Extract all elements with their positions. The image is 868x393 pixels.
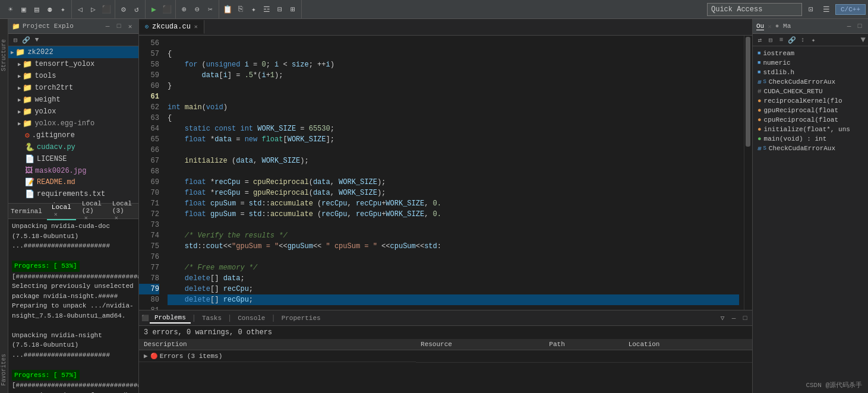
outline-item-stdlibh[interactable]: ■ stdlib.h	[753, 68, 868, 77]
terminal-tab-local[interactable]: Local ✕	[47, 202, 76, 220]
file-icon-requirements: 📄	[25, 189, 34, 199]
outline-link-btn[interactable]: 🔗	[787, 35, 797, 45]
tree-item-weight[interactable]: ▶ 📁 weight	[8, 94, 138, 106]
outline-collapse-btn[interactable]: ⊟	[766, 35, 775, 45]
toolbar-right: Quick Access ⊡ ☰ C/C++	[707, 3, 866, 16]
outline-tab-ma[interactable]: ● Ma	[775, 23, 791, 30]
outline-item-main[interactable]: ● main(void) : int	[753, 134, 868, 144]
properties-tab[interactable]: Properties	[277, 313, 326, 323]
tree-item-license[interactable]: 📄 LICENSE	[8, 153, 138, 165]
problems-minimize[interactable]: —	[729, 313, 738, 323]
editor-tab-zkcuda[interactable]: ⊙ zkcuda.cu ✕	[139, 20, 204, 34]
toolbar-btn-6[interactable]: ◁	[74, 3, 87, 16]
toolbar-btn-15[interactable]: ⎘	[234, 3, 247, 16]
outline-item-reciprocal[interactable]: ● reciprocalKernel(flo	[753, 96, 868, 106]
tree-item-tools[interactable]: ▶ 📁 tools	[8, 70, 138, 82]
explorer-toolbar: ⊟ 🔗 ▼	[8, 34, 138, 46]
outline-tab-ou[interactable]: Ou	[756, 23, 764, 30]
toolbar-btn-21[interactable]: ☰	[820, 3, 833, 16]
toolbar-btn-18[interactable]: ⊟	[273, 3, 286, 16]
problems-tab[interactable]: Problems	[150, 313, 191, 324]
explorer-menu-btn[interactable]: ▼	[32, 35, 42, 45]
outline-item-cuda-check[interactable]: # CUDA_CHECK_RETU	[753, 87, 868, 96]
cu-file-icon: ⊙	[145, 23, 149, 30]
location-cell	[624, 350, 752, 363]
outline-item-iostream[interactable]: ■ iostream	[753, 49, 868, 58]
close-icon[interactable]: ✕	[54, 211, 58, 218]
progress-57: Progress: [ 57%]	[12, 370, 80, 381]
toolbar-btn-8[interactable]: ⬛	[100, 3, 113, 16]
tree-item-torch2trt[interactable]: ▶ 📁 torch2trt	[8, 82, 138, 94]
outline-menu-btn[interactable]: ✦	[809, 35, 818, 45]
toolbar-btn-1[interactable]: ☀	[4, 3, 17, 16]
problems-view-menu[interactable]: ▽	[718, 313, 727, 323]
console-tab[interactable]: Console	[233, 313, 270, 323]
toolbar-btn-20[interactable]: ⊡	[804, 3, 818, 16]
run-btn[interactable]: ▶	[147, 3, 160, 16]
close-btn[interactable]: ✕	[125, 21, 135, 31]
toolbar-btn-19[interactable]: ⊞	[286, 3, 299, 16]
toolbar-btn-5[interactable]: ✦	[56, 3, 70, 16]
toolbar-btn-3[interactable]: ▤	[30, 3, 43, 16]
toolbar-btn-4[interactable]: ⚉	[43, 3, 56, 16]
tree-label-yolox: yolox	[34, 107, 56, 116]
tree-item-zk2022[interactable]: ▶ 📁 zk2022	[8, 46, 138, 58]
code-line-79: delete[] recGpu;	[168, 294, 739, 305]
code-scrollbar-v[interactable]	[744, 36, 752, 310]
maximize-btn[interactable]: □	[114, 21, 124, 31]
outline-maximize[interactable]: □	[855, 21, 864, 31]
toolbar-btn-2[interactable]: ▣	[17, 3, 30, 16]
tree-item-mask[interactable]: 🖼 mask0026.jpg	[8, 165, 138, 176]
outline-item-initialize[interactable]: ● initialize(float*, uns	[753, 125, 868, 134]
outline-item-gpu-reciprocal[interactable]: ● gpuReciprocal(float	[753, 106, 868, 115]
terminal-content: Unpacking nvidia-cuda-doc (7.5.18-0ubunt…	[8, 219, 138, 393]
tree-item-tensorrt[interactable]: ▶ 📁 tensorrt_yolox	[8, 58, 138, 70]
toolbar-btn-17[interactable]: ☲	[260, 3, 273, 16]
outline-label-cuda-check: CUDA_CHECK_RETU	[764, 88, 823, 95]
code-content[interactable]: { for (unsigned i = 0; i < size; ++i) da…	[163, 36, 744, 310]
outline-minimize[interactable]: —	[844, 21, 854, 31]
code-line-60	[168, 93, 172, 101]
toolbar-btn-16[interactable]: ✦	[247, 3, 260, 16]
toolbar-btn-12[interactable]: ⊖	[191, 3, 204, 16]
toolbar-btn-10[interactable]: ↺	[130, 3, 143, 16]
toolbar-btn-7[interactable]: ▷	[87, 3, 100, 16]
outline-item-cpu-reciprocal[interactable]: ● cpuReciprocal(float	[753, 115, 868, 125]
project-explorer-header: 📁 Project Explo — □ ✕	[8, 19, 138, 34]
collapse-all-btn[interactable]: ⊟	[11, 35, 20, 45]
terminal-line-8: Processing triggers for man-db (2.7.5-1)…	[12, 391, 135, 394]
col-location[interactable]: Location	[624, 339, 752, 350]
tree-item-gitignore[interactable]: ⚙ .gitignore	[8, 129, 138, 141]
link-editor-btn[interactable]: 🔗	[21, 35, 31, 45]
editor-tab-close[interactable]: ✕	[194, 23, 198, 30]
col-path[interactable]: Path	[544, 339, 623, 350]
toolbar-btn-9[interactable]: ⚙	[117, 3, 130, 16]
outline-sort-btn[interactable]: ↕	[798, 35, 807, 45]
tasks-tab[interactable]: Tasks	[197, 313, 226, 323]
outline-item-checkcuda2[interactable]: ⊞ S CheckCudaErrorAux	[753, 144, 868, 153]
tree-item-readme[interactable]: 📝 README.md	[8, 176, 138, 188]
expand-arrow-icon[interactable]: ▶	[144, 352, 148, 360]
quick-access-input[interactable]: Quick Access	[707, 3, 802, 16]
outline-item-checkcuda1[interactable]: ⊞ S CheckCudaErrorAux	[753, 77, 868, 87]
code-line-58: data[i] = .5*(i+1);	[168, 71, 283, 80]
tree-item-yolox[interactable]: ▶ 📁 yolox	[8, 106, 138, 118]
col-resource[interactable]: Resource	[416, 339, 544, 350]
minimize-btn[interactable]: —	[103, 21, 112, 31]
debug-btn[interactable]: ⬛	[160, 3, 173, 16]
outline-bullet-iostream: ■	[757, 50, 760, 56]
tree-item-yolox-egg[interactable]: ▶ 📁 yolox.egg-info	[8, 118, 138, 129]
errors-row[interactable]: ▶ 🔴 Errors (3 items)	[139, 350, 752, 363]
toolbar-btn-14[interactable]: 📋	[221, 3, 234, 16]
tree-item-cudacv[interactable]: 🐍 cudacv.py	[8, 141, 138, 153]
tree-arrow-torch2trt: ▶	[18, 85, 21, 91]
editor-area: 56 57 58 59 60 61 62 63 64 65 66 67 68 6…	[139, 36, 752, 310]
col-description[interactable]: Description	[139, 339, 416, 350]
outline-item-numeric[interactable]: ■ numeric	[753, 58, 868, 68]
outline-sync-btn[interactable]: ⇄	[755, 35, 765, 45]
toolbar-btn-11[interactable]: ⊕	[178, 3, 191, 16]
outline-filter-btn[interactable]: ≡	[777, 35, 786, 45]
outline-label-cpu-reciprocal: cpuReciprocal(float	[764, 116, 838, 123]
toolbar-btn-13[interactable]: ✂	[204, 3, 217, 16]
problems-maximize[interactable]: □	[740, 313, 750, 323]
